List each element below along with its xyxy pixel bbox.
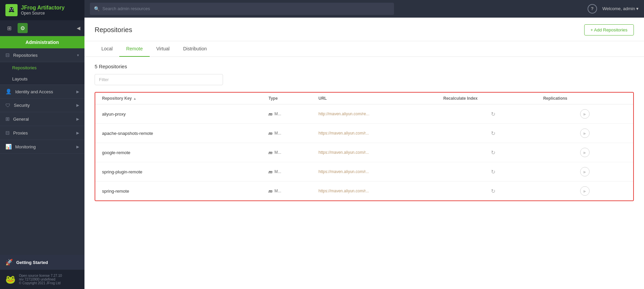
sidebar-item-repositories[interactable]: ⊟ Repositories ▾	[0, 48, 84, 62]
cell-url-0: http://maven.aliyun.com/re...	[319, 112, 444, 116]
monitoring-arrow: ▶	[76, 145, 79, 149]
admin-section-label: Administration	[0, 36, 84, 48]
tab-remote[interactable]: Remote	[119, 41, 149, 57]
sidebar-item-identity[interactable]: 👤 Identity and Access ▶	[0, 85, 84, 99]
search-input[interactable]	[102, 6, 390, 11]
cell-replications-2: ▶	[543, 148, 626, 157]
cell-key-2: google-remote	[102, 150, 269, 155]
general-icon: ⊞	[5, 116, 10, 122]
sidebar-item-monitoring[interactable]: 📊 Monitoring ▶	[0, 140, 84, 154]
identity-label: Identity and Access	[15, 89, 73, 94]
cell-type-0: m M...	[269, 112, 319, 117]
getting-started-label: Getting Started	[16, 260, 48, 265]
cell-type-4: m M...	[269, 189, 319, 194]
content-area: Repositories + Add Repositories Local Re…	[84, 18, 644, 289]
sidebar-item-security[interactable]: 🛡 Security ▶	[0, 99, 84, 112]
add-repositories-button[interactable]: + Add Repositories	[584, 24, 634, 35]
sidebar-footer: 🐸 Open source license 7.27.10 rev 727109…	[0, 270, 84, 289]
type-label-1: M...	[274, 131, 281, 136]
col-key-label: Repository Key	[102, 96, 132, 101]
replications-play-button-2[interactable]: ▶	[580, 148, 590, 157]
type-icon-1: m	[269, 131, 273, 136]
proxies-label: Proxies	[13, 130, 73, 136]
repo-count: 5 Repositories	[95, 64, 634, 69]
proxies-icon: ⊟	[5, 130, 10, 136]
cell-replications-0: ▶	[543, 109, 626, 119]
recalculate-button-0[interactable]: ↻	[491, 111, 495, 117]
col-url-label: URL	[319, 96, 327, 101]
cell-type-3: m M...	[269, 169, 319, 174]
search-box[interactable]: 🔍	[90, 3, 394, 15]
table-row[interactable]: spring-plugin-remote m M... https://mave…	[95, 162, 633, 182]
cell-recalculate-2: ↻	[443, 149, 543, 156]
cell-recalculate-3: ↻	[443, 169, 543, 175]
settings-icon-btn[interactable]: ⚙	[18, 23, 28, 33]
cell-url-3: https://maven.aliyun.com/r...	[319, 169, 444, 174]
svg-point-1	[9, 11, 11, 12]
cell-recalculate-1: ↻	[443, 130, 543, 137]
type-icon-2: m	[269, 150, 273, 155]
cell-url-1: https://maven.aliyun.com/r...	[319, 131, 444, 136]
tab-virtual[interactable]: Virtual	[150, 41, 176, 57]
recalculate-button-1[interactable]: ↻	[491, 130, 495, 137]
cell-type-2: m M...	[269, 150, 319, 155]
jfrog-footer-logo: 🐸	[5, 275, 16, 284]
replications-play-button-0[interactable]: ▶	[580, 109, 590, 119]
table-row[interactable]: aliyun-proxy m M... http://maven.aliyun.…	[95, 104, 633, 124]
col-header-recalculate: Recalculate Index	[443, 96, 543, 101]
filter-input[interactable]	[95, 74, 223, 85]
repositories-label: Repositories	[13, 53, 74, 58]
svg-point-4	[12, 8, 13, 9]
sidebar-sub-repositories[interactable]: Repositories	[0, 62, 84, 73]
col-header-key: Repository Key ▲	[102, 96, 269, 101]
topbar-right: ? Welcome, admin ▾	[588, 4, 639, 14]
type-icon-4: m	[269, 189, 273, 194]
cell-key-3: spring-plugin-remote	[102, 169, 269, 174]
table-header: Repository Key ▲ Type URL Recalculate In…	[95, 93, 633, 104]
table-row[interactable]: apache-snapshots-remote m M... https://m…	[95, 124, 633, 143]
cell-replications-3: ▶	[543, 167, 626, 176]
monitoring-icon: 📊	[5, 144, 12, 150]
recalculate-button-4[interactable]: ↻	[491, 188, 495, 194]
sidebar-sub-layouts[interactable]: Layouts	[0, 73, 84, 85]
col-recalculate-label: Recalculate Index	[443, 96, 477, 101]
help-button[interactable]: ?	[588, 4, 597, 14]
security-icon: 🛡	[5, 102, 10, 108]
replications-play-button-4[interactable]: ▶	[580, 186, 590, 196]
footer-license: Open source license 7.27.10	[19, 274, 62, 278]
tab-local[interactable]: Local	[95, 41, 119, 57]
sidebar-item-proxies[interactable]: ⊟ Proxies ▶	[0, 126, 84, 140]
tab-distribution[interactable]: Distribution	[176, 41, 214, 57]
footer-rev: rev 72710900 undefined	[19, 278, 62, 281]
apps-icon-btn[interactable]: ⊞	[4, 23, 14, 33]
cell-key-1: apache-snapshots-remote	[102, 131, 269, 136]
replications-play-button-1[interactable]: ▶	[580, 128, 590, 138]
table-row[interactable]: spring-remote m M... https://maven.aliyu…	[95, 182, 633, 200]
monitoring-label: Monitoring	[15, 144, 73, 149]
user-menu[interactable]: Welcome, admin ▾	[602, 6, 639, 11]
table-row[interactable]: google-remote m M... https://maven.aliyu…	[95, 143, 633, 162]
cell-recalculate-0: ↻	[443, 111, 543, 117]
repositories-arrow: ▾	[77, 53, 79, 57]
col-header-type: Type	[269, 96, 319, 101]
topbar: 🔍 ? Welcome, admin ▾	[84, 0, 644, 18]
collapse-sidebar-btn[interactable]: ◀	[77, 25, 80, 31]
security-arrow: ▶	[76, 103, 79, 107]
recalculate-button-2[interactable]: ↻	[491, 149, 495, 156]
proxies-arrow: ▶	[76, 131, 79, 135]
sidebar-top-icons: ⊞ ⚙ ◀	[0, 20, 84, 36]
svg-point-2	[12, 11, 14, 12]
identity-arrow: ▶	[76, 90, 79, 94]
jfrog-logo-icon	[5, 4, 18, 16]
sidebar-item-general[interactable]: ⊞ General ▶	[0, 112, 84, 126]
getting-started-icon: 🚀	[5, 259, 13, 266]
cell-recalculate-4: ↻	[443, 188, 543, 194]
getting-started-item[interactable]: 🚀 Getting Started	[0, 255, 84, 270]
col-header-replications: Replications	[543, 96, 626, 101]
recalculate-button-3[interactable]: ↻	[491, 169, 495, 175]
sidebar-header: JFrog Artifactory Open Source	[0, 0, 84, 20]
main-area: 🔍 ? Welcome, admin ▾ Repositories + Add …	[84, 0, 644, 289]
replications-play-button-3[interactable]: ▶	[580, 167, 590, 176]
cell-replications-1: ▶	[543, 128, 626, 138]
general-label: General	[13, 117, 73, 122]
